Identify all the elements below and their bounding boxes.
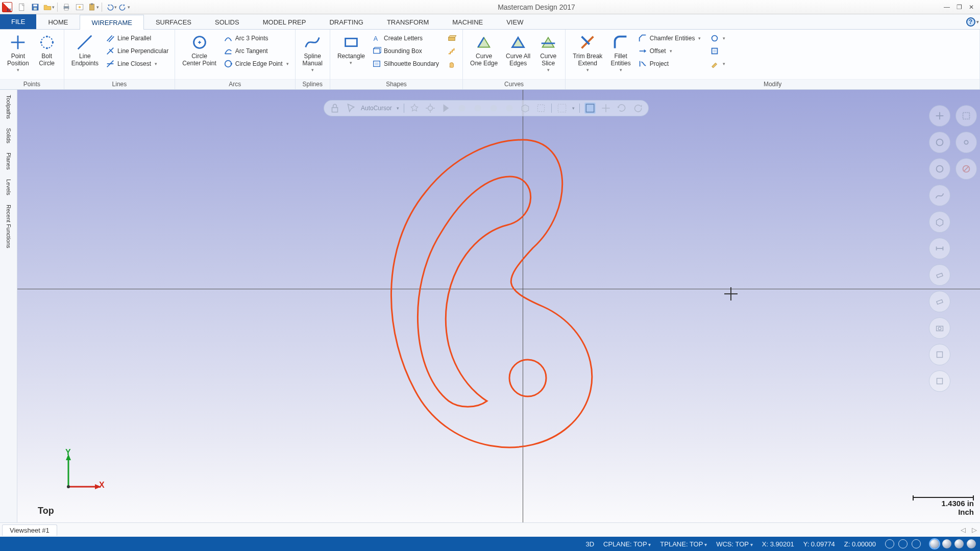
qat-save-button[interactable] bbox=[29, 2, 41, 13]
fb-cube-icon[interactable] bbox=[520, 103, 531, 114]
qat-print-button[interactable] bbox=[60, 2, 72, 13]
fb-arrow-icon[interactable] bbox=[440, 103, 452, 114]
sheet-next-button[interactable]: ▷ bbox=[969, 526, 980, 534]
spline-manual-button[interactable]: Spline Manual ▾ bbox=[299, 32, 327, 73]
rectangle-button[interactable]: Rectangle ▾ bbox=[333, 32, 369, 66]
qat-redo-button[interactable]: ▾ bbox=[118, 2, 130, 13]
qat-paste-button[interactable]: ▾ bbox=[87, 2, 99, 13]
fb-sphere2-icon[interactable] bbox=[472, 103, 483, 114]
circle-edge-point-button[interactable]: Circle Edge Point ▾ bbox=[220, 58, 292, 69]
qv-topview-button[interactable] bbox=[929, 158, 950, 180]
trim-break-extend-button[interactable]: Trim Break Extend ▾ bbox=[569, 32, 606, 73]
qv-zoomwin-button[interactable] bbox=[955, 105, 977, 127]
arc-3-points-button[interactable]: Arc 3 Points bbox=[220, 33, 292, 44]
qv-cube-button[interactable] bbox=[929, 211, 950, 233]
curve-slice-button[interactable]: Curve Slice ▾ bbox=[534, 32, 562, 73]
tab-home[interactable]: HOME bbox=[36, 14, 80, 29]
fillet-entities-button[interactable]: Fillet Entities ▾ bbox=[606, 32, 634, 73]
fb-window-icon[interactable] bbox=[556, 103, 568, 114]
shading-mode-button[interactable] bbox=[942, 539, 951, 548]
line-parallel-button[interactable]: Line Parallel bbox=[103, 33, 172, 44]
create-letters-button[interactable]: A Create Letters bbox=[369, 33, 442, 44]
qat-open-button[interactable]: ▾ bbox=[42, 2, 55, 13]
arc-tangent-button[interactable]: Arc Tangent bbox=[220, 45, 292, 57]
sidetab-planes[interactable]: Planes bbox=[5, 151, 13, 172]
status-3d[interactable]: 3D bbox=[585, 540, 594, 548]
line-closest-button[interactable]: Line Closest ▾ bbox=[103, 58, 172, 69]
bounding-box-button[interactable]: Bounding Box bbox=[369, 45, 442, 57]
viewsheet-tab[interactable]: Viewsheet #1 bbox=[2, 524, 57, 536]
qv-camera-button[interactable] bbox=[929, 317, 950, 339]
project-button[interactable]: Project bbox=[635, 58, 704, 69]
tab-machine[interactable]: MACHINE bbox=[440, 14, 495, 29]
fb-sphere1-icon[interactable] bbox=[456, 103, 468, 114]
minimize-button[interactable]: — bbox=[942, 4, 951, 11]
qv-rotate-button[interactable] bbox=[929, 132, 950, 153]
status-cplane[interactable]: CPLANE: TOP bbox=[603, 540, 651, 548]
status-tplane[interactable]: TPLANE: TOP bbox=[660, 540, 707, 548]
tab-solids[interactable]: SOLIDS bbox=[203, 14, 251, 29]
shapes-misc3-button[interactable] bbox=[444, 58, 459, 69]
globe-icon[interactable] bbox=[885, 539, 894, 548]
qv-zoomfit-button[interactable] bbox=[929, 105, 950, 127]
modify-misc2-button[interactable] bbox=[707, 45, 728, 57]
qv-section-button[interactable] bbox=[929, 238, 950, 259]
qv-gear-button[interactable] bbox=[955, 132, 977, 153]
tab-surfaces[interactable]: SURFACES bbox=[144, 14, 203, 29]
fb-rotate-icon[interactable] bbox=[616, 103, 627, 114]
fb-sphere3-icon[interactable] bbox=[488, 103, 499, 114]
fb-star-icon[interactable] bbox=[409, 103, 420, 114]
shading-mode-button[interactable] bbox=[967, 539, 976, 548]
fb-sphere4-icon[interactable] bbox=[504, 103, 515, 114]
sidetab-levels[interactable]: Levels bbox=[5, 177, 13, 197]
tab-file[interactable]: FILE bbox=[0, 14, 36, 29]
tab-view[interactable]: VIEW bbox=[495, 14, 535, 29]
selection-floating-toolbar[interactable]: AutoCursor ▾ ▾ bbox=[324, 100, 649, 116]
point-position-button[interactable]: Point Position ▾ bbox=[3, 32, 33, 73]
silhouette-boundary-button[interactable]: Silhouette Boundary bbox=[369, 58, 442, 69]
circle-center-point-button[interactable]: Circle Center Point bbox=[178, 32, 220, 68]
tab-modelprep[interactable]: MODEL PREP bbox=[251, 14, 318, 29]
tab-wireframe[interactable]: WIREFRAME bbox=[80, 15, 143, 30]
offset-button[interactable]: Offset▾ bbox=[635, 45, 704, 57]
fb-cursor-icon[interactable] bbox=[345, 103, 356, 114]
help-button[interactable]: ? ▾ bbox=[965, 14, 980, 29]
qat-config-button[interactable] bbox=[74, 2, 86, 13]
line-perpendicular-button[interactable]: Line Perpendicular bbox=[103, 45, 172, 57]
curve-one-edge-button[interactable]: Curve One Edge bbox=[466, 32, 502, 68]
fb-lock-icon[interactable] bbox=[329, 103, 340, 114]
tab-transform[interactable]: TRANSFORM bbox=[375, 14, 440, 29]
sidetab-toolpaths[interactable]: Toolpaths bbox=[5, 93, 13, 121]
fb-translate-icon[interactable] bbox=[600, 103, 611, 114]
sheet-prev-button[interactable]: ◁ bbox=[958, 526, 969, 534]
curve-all-edges-button[interactable]: Curve All Edges bbox=[502, 32, 534, 68]
status-wcs[interactable]: WCS: TOP bbox=[716, 540, 753, 548]
qat-new-button[interactable] bbox=[16, 2, 28, 13]
sidetab-recent[interactable]: Recent Functions bbox=[5, 203, 13, 251]
tab-drafting[interactable]: DRAFTING bbox=[317, 14, 375, 29]
restore-button[interactable]: ❐ bbox=[954, 4, 964, 11]
shapes-misc2-button[interactable] bbox=[444, 45, 459, 57]
qv-eraser-button[interactable] bbox=[929, 264, 950, 286]
fb-verify-icon[interactable] bbox=[584, 103, 596, 114]
qv-front-button[interactable] bbox=[929, 344, 950, 365]
fb-gear-icon[interactable] bbox=[425, 103, 436, 114]
qv-iso-button[interactable] bbox=[929, 370, 950, 392]
shapes-misc1-button[interactable] bbox=[444, 33, 459, 44]
chamfer-entities-button[interactable]: Chamfer Entities▾ bbox=[635, 33, 704, 44]
fb-select-icon[interactable] bbox=[535, 103, 547, 114]
qv-eraser2-button[interactable] bbox=[929, 291, 950, 312]
shading-mode-button[interactable] bbox=[954, 539, 964, 548]
bolt-circle-button[interactable]: Bolt Circle bbox=[33, 32, 61, 68]
qat-undo-button[interactable]: ▾ bbox=[105, 2, 117, 13]
modify-misc3-button[interactable]: ▾ bbox=[707, 58, 728, 69]
qv-noentry-button[interactable] bbox=[955, 158, 977, 180]
line-endpoints-button[interactable]: Line Endpoints bbox=[67, 32, 103, 68]
qv-spline-button[interactable] bbox=[929, 185, 950, 206]
globe-icon[interactable] bbox=[912, 539, 921, 548]
globe-icon[interactable] bbox=[898, 539, 908, 548]
modify-misc1-button[interactable]: ▾ bbox=[707, 33, 728, 44]
viewport[interactable]: AutoCursor ▾ ▾ bbox=[17, 90, 980, 522]
fb-undoview-icon[interactable] bbox=[632, 103, 643, 114]
shading-mode-button[interactable] bbox=[930, 539, 939, 548]
